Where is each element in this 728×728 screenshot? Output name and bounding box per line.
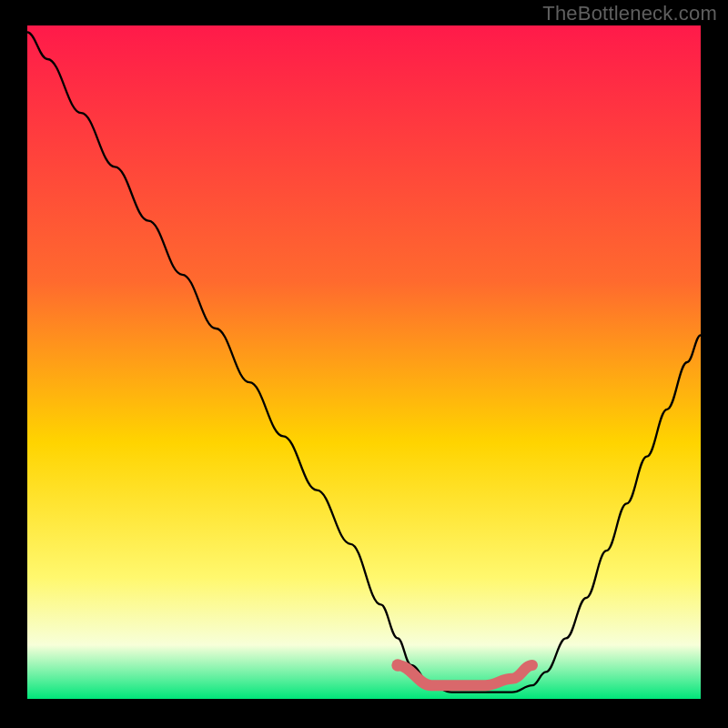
chart-frame: TheBottleneck.com (0, 0, 728, 728)
watermark-link[interactable]: TheBottleneck.com (542, 2, 717, 25)
bottleneck-chart (27, 25, 701, 699)
optimal-start-dot (391, 659, 403, 671)
gradient-background (27, 25, 701, 699)
